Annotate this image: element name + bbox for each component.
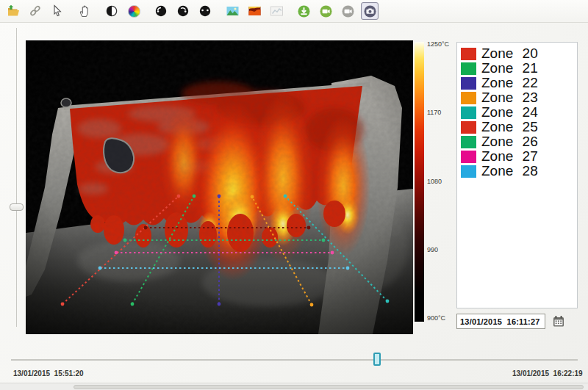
cursor-icon bbox=[51, 4, 64, 18]
zone-line-endpoint bbox=[144, 226, 148, 230]
legend-swatch bbox=[461, 136, 476, 148]
pan-hand-icon bbox=[78, 4, 91, 18]
legend-zone-label: Zone 24 bbox=[481, 105, 538, 120]
legend-swatch bbox=[461, 62, 476, 75]
legend-zone-label: Zone 22 bbox=[481, 76, 538, 90]
zone-line-endpoint bbox=[331, 251, 334, 255]
legend-zone-label: Zone 23 bbox=[481, 90, 538, 105]
legend-swatch bbox=[461, 48, 476, 60]
legend-row-zone-24[interactable]: Zone 24 bbox=[461, 105, 577, 120]
graph-icon bbox=[270, 4, 284, 18]
zone-line-endpoint bbox=[131, 303, 135, 306]
zone-legend-panel: Zone 20Zone 21Zone 22Zone 23Zone 24Zone … bbox=[456, 42, 578, 308]
legend-zone-label: Zone 21 bbox=[481, 61, 538, 76]
contrast-button[interactable] bbox=[103, 2, 121, 20]
zone-line-endpoint bbox=[346, 267, 350, 270]
zone-line-endpoint bbox=[218, 195, 221, 198]
pan-hand-button[interactable] bbox=[76, 2, 93, 20]
legend-row-zone-28[interactable]: Zone 28 bbox=[461, 164, 577, 178]
timeline-handle[interactable] bbox=[373, 353, 381, 366]
scale-label-2: 1080 bbox=[427, 178, 442, 185]
sphere-rotate-3-button[interactable] bbox=[196, 2, 214, 20]
record-video-button[interactable] bbox=[317, 2, 334, 20]
zone-line-endpoint bbox=[251, 195, 254, 199]
legend-swatch bbox=[461, 106, 476, 119]
vertical-slider-track[interactable] bbox=[16, 28, 17, 327]
open-folder-button[interactable] bbox=[4, 2, 22, 20]
calendar-icon bbox=[552, 315, 565, 328]
legend-swatch bbox=[461, 151, 476, 163]
graph-button[interactable] bbox=[268, 2, 285, 20]
zone-line-endpoint bbox=[307, 226, 311, 230]
record-video-icon bbox=[319, 4, 333, 18]
scale-label-4: 900°C bbox=[427, 314, 445, 322]
zone-line-endpoint bbox=[193, 195, 196, 198]
legend-zone-label: Zone 26 bbox=[481, 134, 538, 149]
zone-line-endpoint bbox=[115, 251, 118, 255]
zone-line-endpoint bbox=[177, 195, 181, 198]
legend-row-zone-22[interactable]: Zone 22 bbox=[461, 76, 577, 90]
open-folder-icon bbox=[7, 4, 21, 18]
scale-label-1: 1170 bbox=[427, 109, 441, 116]
cursor-button[interactable] bbox=[49, 2, 66, 20]
vertical-slider-handle[interactable] bbox=[10, 203, 24, 211]
zone-line-endpoint bbox=[386, 300, 390, 303]
snapshot-camera-icon bbox=[363, 4, 377, 18]
sphere-rotate-1-icon bbox=[154, 4, 168, 18]
legend-swatch bbox=[461, 92, 476, 104]
legend-row-zone-27[interactable]: Zone 27 bbox=[461, 149, 577, 164]
contrast-icon bbox=[105, 4, 118, 18]
export-download-button[interactable] bbox=[295, 2, 312, 20]
sphere-rotate-2-button[interactable] bbox=[174, 2, 192, 20]
legend-row-zone-21[interactable]: Zone 21 bbox=[461, 61, 577, 76]
legend-row-zone-23[interactable]: Zone 23 bbox=[461, 90, 577, 105]
link-icon bbox=[29, 4, 42, 18]
legend-row-zone-20[interactable]: Zone 20 bbox=[461, 46, 577, 61]
scale-label-0: 1250°C bbox=[427, 40, 449, 48]
zone-line-endpoint bbox=[123, 239, 127, 242]
thermal-image-view[interactable] bbox=[26, 40, 413, 334]
thermal-image-button[interactable] bbox=[245, 2, 263, 20]
horizontal-scrollbar-thumb[interactable] bbox=[74, 385, 584, 389]
record-video-off-button[interactable] bbox=[339, 2, 356, 20]
horizontal-scrollbar bbox=[0, 383, 588, 390]
legend-zone-label: Zone 25 bbox=[481, 120, 538, 134]
zone-line-endpoint bbox=[322, 239, 326, 242]
legend-zone-label: Zone 20 bbox=[481, 46, 538, 61]
scale-label-3: 990 bbox=[427, 246, 438, 253]
toolbar bbox=[0, 0, 588, 23]
legend-row-zone-26[interactable]: Zone 26 bbox=[461, 134, 577, 149]
sphere-rotate-2-icon bbox=[176, 4, 190, 18]
legend-row-zone-25[interactable]: Zone 25 bbox=[461, 120, 577, 134]
record-video-off-icon bbox=[341, 4, 355, 18]
temperature-scale-bar bbox=[415, 42, 424, 322]
zone-line-endpoint bbox=[61, 303, 65, 306]
legend-swatch bbox=[461, 77, 476, 90]
sphere-rotate-3-icon bbox=[198, 4, 212, 18]
legend-zone-label: Zone 27 bbox=[481, 149, 538, 164]
datetime-field[interactable]: 13/01/2015 16:11:27 bbox=[456, 314, 545, 329]
timeline-end-timestamp: 13/01/2015 16:22:19 bbox=[512, 369, 583, 378]
legend-zone-label: Zone 28 bbox=[481, 164, 538, 178]
thermal-image-icon bbox=[248, 4, 262, 18]
visible-image-button[interactable] bbox=[223, 2, 241, 20]
color-palette-button[interactable] bbox=[125, 2, 143, 20]
timeline-track[interactable] bbox=[11, 359, 578, 361]
zone-line-endpoint bbox=[98, 267, 102, 270]
legend-swatch bbox=[461, 165, 476, 178]
sphere-rotate-1-button[interactable] bbox=[152, 2, 170, 20]
snapshot-camera-button[interactable] bbox=[361, 2, 379, 20]
legend-swatch bbox=[461, 121, 476, 134]
link-button[interactable] bbox=[26, 2, 44, 20]
calendar-button[interactable] bbox=[552, 315, 565, 328]
thermal-image-canvas bbox=[26, 40, 413, 334]
color-palette-icon bbox=[128, 5, 140, 18]
export-download-icon bbox=[297, 4, 311, 18]
visible-image-icon bbox=[226, 4, 240, 18]
timeline-start-timestamp: 13/01/2015 15:51:20 bbox=[13, 369, 84, 378]
zone-line-endpoint bbox=[218, 303, 221, 306]
zone-line-endpoint bbox=[310, 303, 314, 307]
zone-line-endpoint bbox=[284, 195, 287, 198]
